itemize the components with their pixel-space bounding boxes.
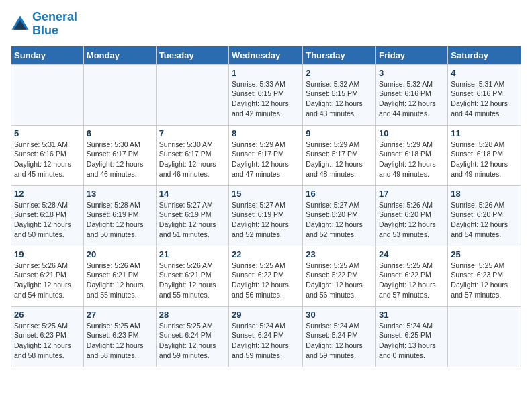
calendar-cell — [156, 64, 228, 125]
day-number: 22 — [232, 249, 300, 259]
day-number: 28 — [159, 310, 226, 320]
day-info: Sunrise: 5:27 AMSunset: 6:20 PMDaylight:… — [306, 200, 373, 240]
day-info: Sunrise: 5:29 AMSunset: 6:17 PMDaylight:… — [306, 140, 373, 179]
day-number: 26 — [14, 310, 81, 320]
calendar-cell: 27Sunrise: 5:25 AMSunset: 6:23 PMDayligh… — [83, 306, 156, 367]
day-info: Sunrise: 5:32 AMSunset: 6:16 PMDaylight:… — [379, 79, 445, 119]
day-info: Sunrise: 5:29 AMSunset: 6:17 PMDaylight:… — [232, 140, 300, 179]
day-info: Sunrise: 5:27 AMSunset: 6:19 PMDaylight:… — [232, 200, 300, 240]
calendar-cell — [83, 64, 156, 125]
calendar-cell: 9Sunrise: 5:29 AMSunset: 6:17 PMDaylight… — [303, 125, 376, 185]
calendar-cell: 6Sunrise: 5:30 AMSunset: 6:17 PMDaylight… — [83, 125, 156, 185]
calendar-week-row: 12Sunrise: 5:28 AMSunset: 6:18 PMDayligh… — [11, 185, 521, 246]
calendar-cell: 18Sunrise: 5:26 AMSunset: 6:20 PMDayligh… — [448, 185, 521, 246]
calendar-cell: 22Sunrise: 5:25 AMSunset: 6:22 PMDayligh… — [229, 246, 303, 306]
logo-text: General Blue — [32, 11, 77, 38]
day-number: 31 — [379, 310, 445, 320]
day-number: 5 — [14, 128, 81, 138]
day-number: 6 — [87, 128, 153, 138]
day-number: 29 — [232, 310, 300, 320]
day-info: Sunrise: 5:25 AMSunset: 6:22 PMDaylight:… — [232, 261, 300, 300]
calendar-cell: 15Sunrise: 5:27 AMSunset: 6:19 PMDayligh… — [229, 185, 303, 246]
day-info: Sunrise: 5:30 AMSunset: 6:17 PMDaylight:… — [159, 140, 226, 179]
day-info: Sunrise: 5:24 AMSunset: 6:24 PMDaylight:… — [306, 321, 373, 361]
day-header-friday: Friday — [376, 46, 448, 64]
day-info: Sunrise: 5:28 AMSunset: 6:18 PMDaylight:… — [14, 200, 81, 240]
day-number: 2 — [306, 68, 373, 78]
calendar-header-row: SundayMondayTuesdayWednesdayThursdayFrid… — [11, 46, 521, 64]
day-info: Sunrise: 5:24 AMSunset: 6:24 PMDaylight:… — [232, 321, 300, 361]
day-info: Sunrise: 5:26 AMSunset: 6:20 PMDaylight:… — [451, 200, 518, 240]
calendar-cell: 14Sunrise: 5:27 AMSunset: 6:19 PMDayligh… — [156, 185, 228, 246]
calendar-cell: 1Sunrise: 5:33 AMSunset: 6:15 PMDaylight… — [229, 64, 303, 125]
day-info: Sunrise: 5:27 AMSunset: 6:19 PMDaylight:… — [159, 200, 226, 240]
day-number: 7 — [159, 128, 226, 138]
day-number: 17 — [379, 189, 445, 199]
day-number: 4 — [451, 68, 518, 78]
calendar-cell: 13Sunrise: 5:28 AMSunset: 6:19 PMDayligh… — [83, 185, 156, 246]
day-number: 23 — [306, 249, 373, 259]
calendar-cell: 2Sunrise: 5:32 AMSunset: 6:15 PMDaylight… — [303, 64, 376, 125]
day-number: 21 — [159, 249, 226, 259]
day-info: Sunrise: 5:31 AMSunset: 6:16 PMDaylight:… — [14, 140, 81, 179]
day-info: Sunrise: 5:26 AMSunset: 6:21 PMDaylight:… — [14, 261, 81, 300]
day-info: Sunrise: 5:25 AMSunset: 6:24 PMDaylight:… — [159, 321, 226, 361]
calendar-week-row: 5Sunrise: 5:31 AMSunset: 6:16 PMDaylight… — [11, 125, 521, 185]
day-info: Sunrise: 5:30 AMSunset: 6:17 PMDaylight:… — [87, 140, 153, 179]
day-number: 11 — [451, 128, 518, 138]
day-info: Sunrise: 5:25 AMSunset: 6:23 PMDaylight:… — [451, 261, 518, 300]
day-info: Sunrise: 5:25 AMSunset: 6:23 PMDaylight:… — [87, 321, 153, 361]
calendar-cell: 30Sunrise: 5:24 AMSunset: 6:24 PMDayligh… — [303, 306, 376, 367]
calendar-cell: 12Sunrise: 5:28 AMSunset: 6:18 PMDayligh… — [11, 185, 84, 246]
day-number: 10 — [379, 128, 445, 138]
day-header-sunday: Sunday — [11, 46, 84, 64]
day-info: Sunrise: 5:25 AMSunset: 6:23 PMDaylight:… — [14, 321, 81, 361]
calendar-cell: 25Sunrise: 5:25 AMSunset: 6:23 PMDayligh… — [448, 246, 521, 306]
day-number: 18 — [451, 189, 518, 199]
calendar-cell: 29Sunrise: 5:24 AMSunset: 6:24 PMDayligh… — [229, 306, 303, 367]
calendar-cell: 31Sunrise: 5:24 AMSunset: 6:25 PMDayligh… — [376, 306, 448, 367]
calendar-cell: 24Sunrise: 5:25 AMSunset: 6:22 PMDayligh… — [376, 246, 448, 306]
calendar-cell: 7Sunrise: 5:30 AMSunset: 6:17 PMDaylight… — [156, 125, 228, 185]
calendar-cell: 19Sunrise: 5:26 AMSunset: 6:21 PMDayligh… — [11, 246, 84, 306]
calendar-cell: 28Sunrise: 5:25 AMSunset: 6:24 PMDayligh… — [156, 306, 228, 367]
day-number: 14 — [159, 189, 226, 199]
calendar-cell: 5Sunrise: 5:31 AMSunset: 6:16 PMDaylight… — [11, 125, 84, 185]
day-number: 15 — [232, 189, 300, 199]
calendar-cell: 16Sunrise: 5:27 AMSunset: 6:20 PMDayligh… — [303, 185, 376, 246]
calendar-cell: 10Sunrise: 5:29 AMSunset: 6:18 PMDayligh… — [376, 125, 448, 185]
calendar-cell: 4Sunrise: 5:31 AMSunset: 6:16 PMDaylight… — [448, 64, 521, 125]
calendar-cell: 3Sunrise: 5:32 AMSunset: 6:16 PMDaylight… — [376, 64, 448, 125]
day-number: 8 — [232, 128, 300, 138]
calendar-cell: 8Sunrise: 5:29 AMSunset: 6:17 PMDaylight… — [229, 125, 303, 185]
day-info: Sunrise: 5:26 AMSunset: 6:21 PMDaylight:… — [87, 261, 153, 300]
day-number: 27 — [87, 310, 153, 320]
day-number: 16 — [306, 189, 373, 199]
day-header-monday: Monday — [83, 46, 156, 64]
day-info: Sunrise: 5:28 AMSunset: 6:18 PMDaylight:… — [451, 140, 518, 179]
day-info: Sunrise: 5:33 AMSunset: 6:15 PMDaylight:… — [232, 79, 300, 119]
calendar-cell — [448, 306, 521, 367]
logo-icon — [11, 15, 30, 34]
day-number: 9 — [306, 128, 373, 138]
calendar-week-row: 1Sunrise: 5:33 AMSunset: 6:15 PMDaylight… — [11, 64, 521, 125]
day-info: Sunrise: 5:32 AMSunset: 6:15 PMDaylight:… — [306, 79, 373, 119]
day-number: 24 — [379, 249, 445, 259]
logo: General Blue — [11, 11, 77, 38]
calendar-cell: 23Sunrise: 5:25 AMSunset: 6:22 PMDayligh… — [303, 246, 376, 306]
day-number: 30 — [306, 310, 373, 320]
calendar-cell: 11Sunrise: 5:28 AMSunset: 6:18 PMDayligh… — [448, 125, 521, 185]
day-number: 19 — [14, 249, 81, 259]
day-number: 20 — [87, 249, 153, 259]
day-info: Sunrise: 5:28 AMSunset: 6:19 PMDaylight:… — [87, 200, 153, 240]
day-info: Sunrise: 5:25 AMSunset: 6:22 PMDaylight:… — [379, 261, 445, 300]
page-header: General Blue — [11, 11, 521, 38]
calendar-cell: 26Sunrise: 5:25 AMSunset: 6:23 PMDayligh… — [11, 306, 84, 367]
day-header-thursday: Thursday — [303, 46, 376, 64]
day-header-wednesday: Wednesday — [229, 46, 303, 64]
day-info: Sunrise: 5:26 AMSunset: 6:20 PMDaylight:… — [379, 200, 445, 240]
calendar-table: SundayMondayTuesdayWednesdayThursdayFrid… — [11, 46, 521, 367]
day-header-saturday: Saturday — [448, 46, 521, 64]
day-info: Sunrise: 5:26 AMSunset: 6:21 PMDaylight:… — [159, 261, 226, 300]
day-info: Sunrise: 5:24 AMSunset: 6:25 PMDaylight:… — [379, 321, 445, 361]
